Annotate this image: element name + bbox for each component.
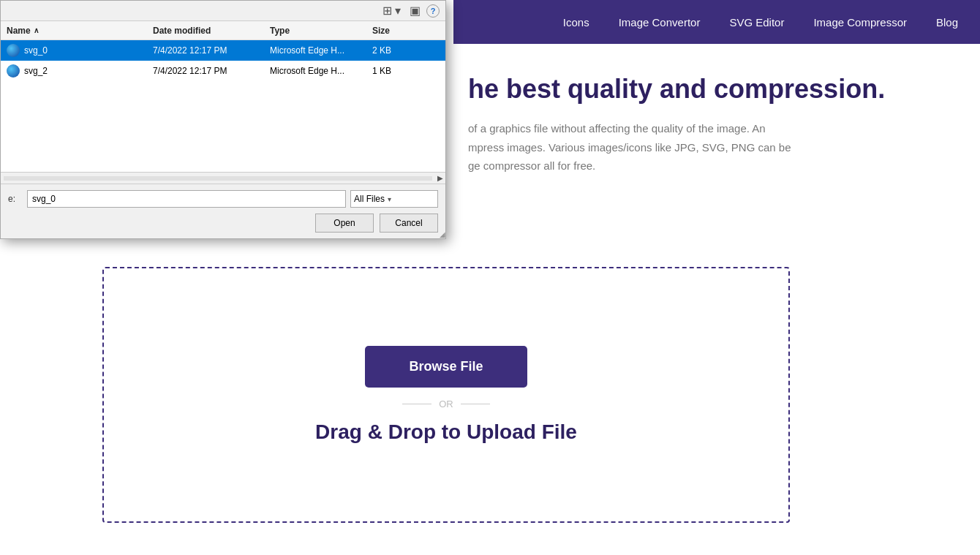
or-divider: OR [402,399,490,409]
nav-item-image-compressor[interactable]: Image Compressor [813,10,907,34]
cancel-button[interactable]: Cancel [380,214,438,233]
filename-row: e: All Files ▾ [8,190,438,208]
help-button[interactable]: ? [426,4,440,18]
file-size-svg0: 2 KB [372,45,431,56]
file-date-svg0: 7/4/2022 12:17 PM [153,45,270,56]
filetype-label: All Files [354,194,385,204]
file-type-svg2: Microsoft Edge H... [270,66,372,76]
dialog-bottom: e: All Files ▾ Open Cancel [1,184,445,238]
col-header-name[interactable]: Name ∧ [7,26,153,36]
file-type-svg0: Microsoft Edge H... [270,45,372,56]
file-list-area: Name ∧ Date modified Type Size svg_0 7/4… [1,21,445,172]
file-name-svg0: svg_0 [24,45,48,56]
preview-icon: ▣ [410,4,421,17]
file-list-body: svg_0 7/4/2022 12:17 PM Microsoft Edge H… [1,40,445,172]
name-label: Name [7,26,31,36]
hscroll-right-arrow-icon[interactable]: ▶ [435,174,445,182]
drag-drop-label: Drag & Drop to Upload File [315,420,577,444]
nav-item-blog[interactable]: Blog [936,10,958,34]
desc-line2: mpress images. Various images/icons like… [468,141,791,154]
col-header-type[interactable]: Type [270,26,372,36]
file-row-svg2[interactable]: svg_2 7/4/2022 12:17 PM Microsoft Edge H… [1,61,445,81]
file-size-svg2: 1 KB [372,66,431,76]
browse-file-button[interactable]: Browse File [365,346,527,388]
hscroll-track [4,176,432,181]
file-icon-svg0 [7,44,20,57]
sort-arrow-icon: ∧ [34,26,39,34]
desc-line1: of a graphics file without affecting the… [468,122,766,135]
file-dialog: ⊞ ▾ ▣ ? Name ∧ Date modified Type Size s… [0,0,446,239]
open-button[interactable]: Open [315,214,374,233]
page-description: of a graphics file without affecting the… [468,119,958,175]
nav-item-svg-editor[interactable]: SVG Editor [729,10,784,34]
upload-box: Browse File OR Drag & Drop to Upload Fil… [102,267,790,523]
view-arrow-icon: ▾ [395,4,401,17]
filename-input[interactable] [27,190,346,208]
file-name-svg2: svg_2 [24,66,48,76]
nav-item-image-convertor[interactable]: Image Convertor [619,10,701,34]
file-list-header: Name ∧ Date modified Type Size [1,21,445,40]
filetype-dropdown[interactable]: All Files ▾ [350,190,438,208]
dialog-buttons: Open Cancel [8,214,438,233]
file-icon-svg2 [7,64,20,78]
horizontal-scrollbar[interactable]: ▶ [1,172,445,184]
col-header-size[interactable]: Size [372,26,431,36]
navbar: Icons Image Convertor SVG Editor Image C… [453,0,980,44]
filetype-dropdown-arrow-icon: ▾ [388,195,391,203]
nav-item-icons[interactable]: Icons [563,10,589,34]
file-date-svg2: 7/4/2022 12:17 PM [153,66,270,76]
col-header-date[interactable]: Date modified [153,26,270,36]
view-grid-icon: ⊞ [382,4,392,17]
view-options-button[interactable]: ⊞ ▾ [380,2,404,19]
filename-label: e: [8,194,23,204]
dialog-toolbar: ⊞ ▾ ▣ ? [1,1,445,21]
file-row-svg0[interactable]: svg_0 7/4/2022 12:17 PM Microsoft Edge H… [1,40,445,61]
resize-handle[interactable]: ◢ [437,230,445,238]
desc-line3: ge compressor all for free. [468,159,595,172]
page-headline: he best quality and compression. [468,73,958,105]
preview-button[interactable]: ▣ [407,2,423,19]
